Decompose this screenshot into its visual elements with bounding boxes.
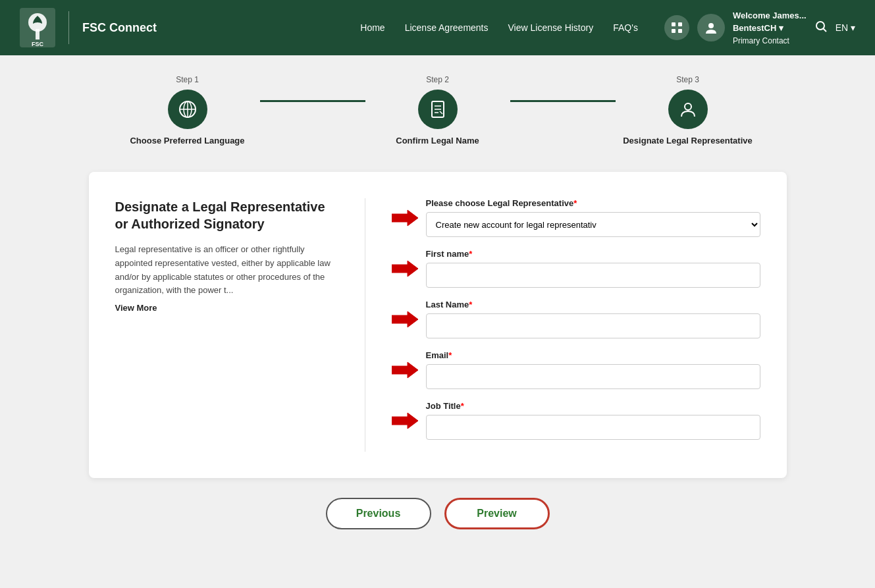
arrow-indicator-email [392, 361, 418, 379]
svg-rect-6 [672, 29, 676, 33]
step-2-circle [418, 90, 458, 129]
header: FSC FSC Connect Home License Agreements … [0, 0, 875, 55]
grid-icon [671, 22, 683, 34]
svg-marker-21 [392, 261, 418, 277]
svg-marker-24 [392, 413, 418, 429]
search-icon [814, 20, 828, 33]
step-3-label: Step 3 [676, 75, 699, 84]
step-1-circle [168, 90, 207, 129]
language-button[interactable]: EN ▾ [835, 22, 855, 33]
previous-button[interactable]: Previous [326, 498, 431, 529]
last-name-label: Last Name* [426, 300, 760, 309]
job-title-group: Job Title* [392, 401, 760, 440]
globe-icon [178, 99, 198, 119]
stepper: Step 1 Choose Preferred Language Step 2 [89, 75, 787, 146]
svg-rect-5 [678, 22, 682, 26]
svg-text:FSC: FSC [32, 41, 44, 47]
svg-marker-22 [392, 311, 418, 327]
form-description: Designate a Legal Representative or Auth… [115, 198, 365, 452]
preview-button[interactable]: Preview [444, 498, 550, 529]
email-label: Email* [426, 350, 760, 360]
first-name-input[interactable] [426, 263, 760, 288]
email-input[interactable] [426, 364, 760, 389]
logo-divider [68, 11, 69, 44]
logo: FSC FSC Connect [20, 8, 157, 47]
user-account[interactable]: BentestCH ▾ [733, 22, 807, 35]
first-name-field: First name* [426, 249, 760, 288]
job-title-label: Job Title* [426, 401, 760, 411]
step-2-label: Step 2 [426, 75, 449, 84]
user-info: Welcome James... BentestCH ▾ Primary Con… [733, 9, 807, 47]
arrow-indicator-select [392, 209, 418, 227]
arrow-indicator-lastname [392, 310, 418, 329]
step-1-name: Choose Preferred Language [130, 136, 244, 146]
legal-rep-field: Please choose Legal Representative* Crea… [426, 198, 760, 237]
document-icon [428, 99, 448, 119]
email-group: Email* [392, 350, 760, 389]
user-icon [704, 20, 718, 35]
main-nav: Home License Agreements View License His… [360, 22, 638, 33]
form-title: Designate a Legal Representative or Auth… [115, 198, 338, 232]
last-name-group: Last Name* [392, 300, 760, 338]
job-title-input[interactable] [426, 415, 760, 440]
nav-faqs[interactable]: FAQ's [613, 22, 638, 33]
svg-point-9 [816, 22, 824, 30]
person-icon [678, 99, 698, 119]
form-fields: Please choose Legal Representative* Crea… [392, 198, 760, 452]
main-content: Step 1 Choose Preferred Language Step 2 [76, 55, 800, 556]
user-role: Primary Contact [733, 35, 807, 47]
svg-rect-4 [672, 22, 676, 26]
avatar-button[interactable] [697, 14, 725, 41]
svg-marker-20 [392, 210, 418, 226]
step-connector-2 [510, 100, 616, 102]
first-name-label: First name* [426, 249, 760, 259]
first-name-group: First name* [392, 249, 760, 288]
step-3: Step 3 Designate Legal Representative [616, 75, 760, 146]
arrow-indicator-jobtitle [392, 412, 418, 430]
view-more-link[interactable]: View More [115, 303, 157, 313]
svg-rect-7 [678, 29, 682, 33]
legal-rep-select[interactable]: Create new account for legal representat… [426, 212, 760, 237]
svg-point-19 [685, 103, 691, 110]
step-3-name: Designate Legal Representative [623, 136, 753, 146]
form-description-text: Legal representative is an officer or ot… [115, 243, 338, 298]
step-2-name: Confirm Legal Name [396, 136, 479, 146]
step-3-circle [668, 90, 708, 129]
legal-rep-group: Please choose Legal Representative* Crea… [392, 198, 760, 237]
step-2: Step 2 Confirm Legal Name [365, 75, 510, 146]
button-row: Previous Preview [89, 498, 787, 529]
header-icons: Welcome James... BentestCH ▾ Primary Con… [664, 9, 855, 47]
search-button[interactable] [814, 20, 828, 36]
nav-license-agreements[interactable]: License Agreements [405, 22, 489, 33]
svg-rect-2 [36, 29, 40, 40]
form-card: Designate a Legal Representative or Auth… [89, 172, 787, 478]
step-1-label: Step 1 [176, 75, 199, 84]
step-1: Step 1 Choose Preferred Language [115, 75, 260, 146]
nav-view-license-history[interactable]: View License History [508, 22, 594, 33]
step-connector-1 [260, 100, 365, 102]
last-name-input[interactable] [426, 313, 760, 338]
fsc-logo-icon: FSC [20, 8, 55, 47]
job-title-field: Job Title* [426, 401, 760, 440]
svg-marker-23 [392, 362, 418, 378]
last-name-field: Last Name* [426, 300, 760, 338]
user-welcome: Welcome James... [733, 9, 807, 22]
email-field: Email* [426, 350, 760, 389]
brand-name: FSC Connect [82, 21, 157, 35]
legal-rep-label: Please choose Legal Representative* [426, 198, 760, 208]
svg-point-8 [708, 23, 714, 28]
nav-home[interactable]: Home [360, 22, 384, 33]
arrow-indicator-firstname [392, 259, 418, 278]
svg-line-10 [823, 28, 826, 32]
grid-icon-button[interactable] [664, 15, 689, 40]
